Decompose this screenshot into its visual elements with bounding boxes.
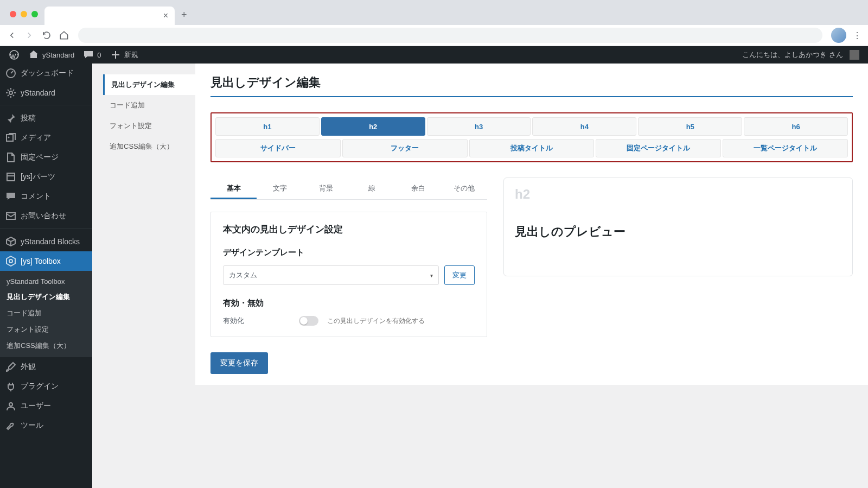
template-selected-value: カスタム	[229, 270, 257, 280]
dashboard-icon	[5, 68, 16, 79]
change-template-button[interactable]: 変更	[444, 265, 475, 285]
tab-background[interactable]: 背景	[303, 178, 349, 199]
submenu-item-heading-design[interactable]: 見出しデザイン編集	[0, 289, 92, 305]
browser-chrome: × + ⋮	[0, 0, 868, 46]
page-title: 見出しデザイン編集	[210, 74, 853, 97]
tab-other[interactable]: その他	[441, 178, 487, 199]
enable-label: 有効化	[223, 316, 299, 326]
selector-h3[interactable]: h3	[427, 117, 531, 136]
svg-point-8	[9, 403, 12, 406]
selector-sidebar[interactable]: サイドバー	[215, 139, 341, 157]
user-icon	[5, 401, 16, 411]
sidebar-item-ystandard[interactable]: yStandard	[0, 83, 92, 103]
url-bar[interactable]	[78, 28, 822, 43]
site-home-link[interactable]: yStandard	[24, 46, 79, 64]
comments-link[interactable]: 0	[79, 46, 105, 64]
wp-logo[interactable]	[4, 46, 24, 64]
sidebar-item-tools[interactable]: ツール	[0, 416, 92, 435]
new-tab-button[interactable]: +	[175, 9, 194, 25]
sidebar-item-label: 固定ページ	[21, 153, 59, 162]
selector-h5[interactable]: h5	[638, 117, 742, 136]
box-icon	[5, 172, 16, 182]
window-maximize[interactable]	[31, 11, 38, 17]
sidebar-item-label: お問い合わせ	[21, 211, 66, 221]
subnav-item-add-code[interactable]: コード追加	[103, 95, 195, 116]
selector-post-title[interactable]: 投稿タイトル	[469, 139, 595, 157]
sidebar-item-label: 外観	[21, 362, 36, 372]
submenu-item-font-settings[interactable]: フォント設定	[0, 321, 92, 338]
mail-icon	[5, 211, 16, 221]
hexagon-icon	[5, 256, 16, 267]
window-minimize[interactable]	[21, 11, 27, 17]
brush-icon	[5, 362, 16, 372]
settings-subnav: 見出しデザイン編集 コード追加 フォント設定 追加CSS編集（大）	[92, 64, 195, 385]
sidebar-item-label: [ys] Toolbox	[21, 257, 61, 265]
sidebar-item-media[interactable]: メディア	[0, 128, 92, 148]
window-controls	[5, 11, 44, 25]
submenu-item-add-code[interactable]: コード追加	[0, 305, 92, 321]
selector-footer[interactable]: フッター	[342, 139, 468, 157]
site-name: yStandard	[42, 51, 74, 59]
arrow-right-icon	[24, 30, 34, 40]
selector-archive-title[interactable]: 一覧ページタイトル	[723, 139, 848, 157]
template-select[interactable]: カスタム ▾	[223, 265, 439, 285]
selector-page-title[interactable]: 固定ページタイトル	[596, 139, 721, 157]
sidebar-item-users[interactable]: ユーザー	[0, 396, 92, 416]
profile-avatar[interactable]	[831, 28, 846, 43]
tab-text[interactable]: 文字	[257, 178, 303, 199]
selector-h4[interactable]: h4	[532, 117, 636, 136]
selector-h6[interactable]: h6	[744, 117, 848, 136]
tab-basic[interactable]: 基本	[210, 178, 257, 199]
account-link[interactable]: こんにちは、よしあかつき さん	[738, 46, 864, 64]
sidebar-item-ys-parts[interactable]: [ys]パーツ	[0, 167, 92, 187]
subnav-item-heading-design[interactable]: 見出しデザイン編集	[103, 74, 196, 95]
browser-menu-button[interactable]: ⋮	[851, 30, 864, 41]
new-content-link[interactable]: 新規	[106, 46, 143, 64]
tab-close-icon[interactable]: ×	[163, 11, 168, 21]
page-icon	[5, 152, 16, 163]
browser-nav-bar: ⋮	[0, 25, 868, 46]
wp-content: 見出しデザイン編集 コード追加 フォント設定 追加CSS編集（大） 見出しデザイ…	[92, 64, 868, 488]
wp-sidebar: ダッシュボード yStandard 投稿 メディア 固定ページ [ys]パー	[0, 64, 92, 488]
nav-reload-button[interactable]	[39, 28, 54, 43]
sidebar-item-plugins[interactable]: プラグイン	[0, 377, 92, 396]
subnav-item-font-settings[interactable]: フォント設定	[103, 116, 195, 136]
window-close[interactable]	[10, 11, 16, 17]
heading-selector-box: h1 h2 h3 h4 h5 h6 サイドバー フッター 投稿タイトル	[210, 112, 853, 162]
browser-tab[interactable]: ×	[44, 7, 175, 25]
wrench-icon	[5, 420, 16, 431]
sidebar-item-ystandard-blocks[interactable]: yStandard Blocks	[0, 232, 92, 251]
preview-tag: h2	[515, 187, 841, 202]
sidebar-item-dashboard[interactable]: ダッシュボード	[0, 64, 92, 83]
selector-h1[interactable]: h1	[215, 117, 320, 136]
sidebar-item-pages[interactable]: 固定ページ	[0, 148, 92, 167]
selector-h2[interactable]: h2	[321, 117, 425, 136]
sidebar-item-comments[interactable]: コメント	[0, 187, 92, 206]
nav-forward-button[interactable]	[22, 28, 37, 43]
reload-icon	[42, 30, 52, 40]
nav-home-button[interactable]	[56, 28, 72, 43]
media-icon	[5, 132, 16, 143]
home-icon	[28, 49, 39, 60]
enable-toggle[interactable]	[299, 316, 318, 326]
submenu-item-toolbox[interactable]: yStandard Toolbox	[0, 274, 92, 289]
wp-adminbar: yStandard 0 新規 こんにちは、よしあかつき さん	[0, 46, 868, 64]
gear-icon	[5, 87, 16, 98]
save-button[interactable]: 変更を保存	[210, 352, 268, 374]
svg-point-4	[8, 137, 10, 138]
submenu-item-additional-css[interactable]: 追加CSS編集（大）	[0, 338, 92, 354]
greeting-text: こんにちは、よしあかつき さん	[742, 50, 843, 60]
enable-description: この見出しデザインを有効化する	[327, 316, 425, 326]
tab-spacing[interactable]: 余白	[395, 178, 441, 199]
sidebar-item-contact[interactable]: お問い合わせ	[0, 206, 92, 226]
sidebar-separator	[0, 103, 92, 105]
tab-border[interactable]: 線	[349, 178, 395, 199]
sidebar-item-posts[interactable]: 投稿	[0, 109, 92, 128]
settings-tabs: 基本 文字 背景 線 余白 その他	[210, 178, 487, 200]
preview-card: h2 見出しのプレビュー	[503, 178, 853, 276]
sidebar-item-ys-toolbox[interactable]: [ys] Toolbox	[0, 251, 92, 271]
nav-back-button[interactable]	[4, 28, 20, 43]
subnav-item-additional-css[interactable]: 追加CSS編集（大）	[103, 136, 195, 157]
browser-tab-bar: × +	[0, 0, 868, 25]
sidebar-item-appearance[interactable]: 外観	[0, 357, 92, 377]
